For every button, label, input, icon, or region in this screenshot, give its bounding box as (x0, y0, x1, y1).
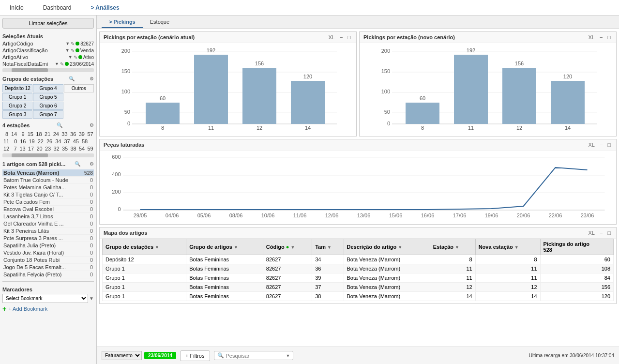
add-bookmark-button[interactable]: + + Add Bookmark (2, 305, 94, 313)
settings-articles-icon[interactable]: ⚙ (90, 161, 94, 167)
th-codigo[interactable]: Código ● ▼ (263, 239, 312, 255)
station-14[interactable]: 14 (10, 131, 18, 137)
chart2-expand[interactable]: □ (606, 34, 612, 41)
list-item[interactable]: Kit 3 Peneiras Lilás0 (2, 228, 94, 235)
search-input[interactable] (226, 353, 284, 359)
group-4[interactable]: Grupo 4 (33, 84, 63, 92)
station-32[interactable]: 32 (53, 145, 60, 152)
edit-icon[interactable]: ✎ (60, 61, 64, 67)
clear-selections-button[interactable]: Limpar seleções (2, 18, 94, 29)
station-19[interactable]: 19 (28, 138, 36, 145)
station-9[interactable]: 9 (19, 131, 26, 137)
list-item[interactable]: Batom True Colours - Nude0 (2, 177, 94, 184)
station-18[interactable]: 18 (35, 131, 43, 137)
station-26[interactable]: 26 (45, 138, 53, 145)
search-stations-icon[interactable]: 🔍 (57, 122, 62, 128)
group-5[interactable]: Grupo 5 (33, 93, 63, 101)
station-11[interactable]: 11 (2, 138, 10, 145)
list-item[interactable]: Vestido Juv. Kiara (Floral)0 (2, 249, 94, 257)
station-16[interactable]: 16 (19, 138, 27, 145)
station-17[interactable]: 17 (27, 145, 35, 152)
edit-icon[interactable]: ✎ (71, 41, 75, 46)
dropdown-icon[interactable]: ▼ (65, 48, 70, 53)
group-2[interactable]: Grupo 2 (2, 102, 32, 110)
nav-analises[interactable]: > Análises (86, 1, 124, 14)
station-38[interactable]: 38 (70, 145, 77, 152)
table-minimize[interactable]: − (598, 229, 604, 236)
station-58[interactable]: 58 (81, 138, 89, 145)
station-24[interactable]: 24 (52, 131, 60, 137)
list-item[interactable]: Kit 3 Tigelas Canjo C/ T...0 (2, 191, 94, 198)
tab-estoque[interactable]: Estoque (143, 16, 177, 28)
settings-icon[interactable]: ⚙ (90, 76, 94, 81)
th-grupo-estacoes[interactable]: Grupo de estações ▼ (103, 239, 186, 255)
list-item[interactable]: Pcte Surpresa 3 Pares ...0 (2, 235, 94, 242)
group-1[interactable]: Grupo 1 (2, 93, 32, 101)
edit-icon[interactable]: ✎ (74, 55, 77, 60)
station-13[interactable]: 13 (19, 145, 27, 152)
bookmark-dropdown[interactable]: Select Bookmark (2, 294, 88, 303)
station-39[interactable]: 39 (78, 131, 86, 137)
station-57[interactable]: 57 (86, 131, 94, 137)
chart1-expand[interactable]: □ (346, 34, 352, 41)
station-59[interactable]: 59 (87, 145, 94, 152)
search-dropdown-arrow[interactable]: ▼ (286, 353, 290, 358)
search-icon[interactable]: 🔍 (69, 76, 75, 81)
dropdown-icon[interactable]: ▼ (65, 41, 70, 46)
station-35[interactable]: 35 (61, 145, 69, 152)
dropdown-icon[interactable]: ▼ (68, 55, 73, 60)
station-36[interactable]: 36 (69, 131, 77, 137)
list-item[interactable]: Jogo De 5 Facas Esmalt...0 (2, 264, 94, 271)
list-item[interactable]: Gel Clareador Virilha E ...0 (2, 220, 94, 228)
list-item[interactable]: Potes Melamina Galinha...0 (2, 184, 94, 191)
list-item[interactable]: Sapatilha Julia (Preto)0 (2, 242, 94, 249)
chart1-minimize[interactable]: − (338, 34, 344, 41)
edit-icon[interactable]: ✎ (71, 48, 75, 53)
stations-scrollbar[interactable] (2, 153, 94, 157)
chart1-xl[interactable]: XL (327, 34, 336, 41)
chart2-xl[interactable]: XL (587, 34, 596, 41)
article-item-highlight[interactable]: Bota Veneza (Marrom) 528 (2, 169, 94, 177)
list-item[interactable]: Sapatilha Felycia (Preto)0 (2, 271, 94, 278)
station-37[interactable]: 37 (63, 138, 71, 145)
station-7[interactable]: 7 (11, 145, 18, 152)
chart3-xl[interactable]: XL (587, 141, 596, 148)
search-articles-icon[interactable]: 🔍 (75, 161, 80, 167)
chart3-expand[interactable]: □ (606, 141, 612, 148)
th-tam[interactable]: Tam ▼ (312, 239, 344, 255)
th-grupo-artigos[interactable]: Grupo de artigos ▼ (186, 239, 263, 255)
station-8[interactable]: 8 (2, 131, 9, 137)
station-45[interactable]: 45 (72, 138, 80, 145)
list-item[interactable]: Pcte Calcados Fem0 (2, 198, 94, 206)
list-item[interactable]: Escova Oval Escobel0 (2, 206, 94, 213)
chart3-minimize[interactable]: − (598, 141, 604, 148)
group-3[interactable]: Grupo 3 (2, 110, 32, 119)
nav-inicio[interactable]: Início (5, 1, 29, 14)
station-21[interactable]: 21 (44, 131, 51, 137)
group-6[interactable]: Grupo 6 (33, 102, 63, 110)
list-item[interactable]: Conjunto 18 Potes Rubi0 (2, 257, 94, 264)
station-23[interactable]: 23 (44, 145, 52, 152)
th-nova-estacao[interactable]: Nova estação ▼ (475, 239, 540, 255)
group-7[interactable]: Grupo 7 (33, 110, 63, 119)
station-34[interactable]: 34 (54, 138, 62, 145)
chart2-minimize[interactable]: − (598, 34, 604, 41)
faturamento-select[interactable]: Faturamento (102, 351, 142, 360)
table-expand[interactable]: □ (606, 229, 612, 236)
station-15[interactable]: 15 (27, 131, 34, 137)
horizontal-scrollbar[interactable] (2, 68, 94, 72)
station-20[interactable]: 20 (36, 145, 44, 152)
list-item[interactable]: Lasanheira 3,7 Litros0 (2, 213, 94, 220)
th-pickings[interactable]: Pickings do artigo528 (540, 239, 613, 255)
tab-pickings[interactable]: > Pickings (102, 16, 143, 28)
group-deposito12[interactable]: Depósito 12 (2, 84, 32, 92)
nav-dashboard[interactable]: Dashboard (38, 1, 76, 14)
dropdown-icon[interactable]: ▼ (55, 61, 59, 66)
filter-button[interactable]: + Filtros (180, 350, 210, 361)
th-estacao[interactable]: Estação ▼ (430, 239, 475, 255)
station-54[interactable]: 54 (78, 145, 86, 152)
station-33[interactable]: 33 (60, 131, 68, 137)
bookmark-dropdown-arrow[interactable]: ▼ (89, 296, 94, 301)
station-22[interactable]: 22 (37, 138, 45, 145)
table-xl[interactable]: XL (587, 229, 596, 236)
